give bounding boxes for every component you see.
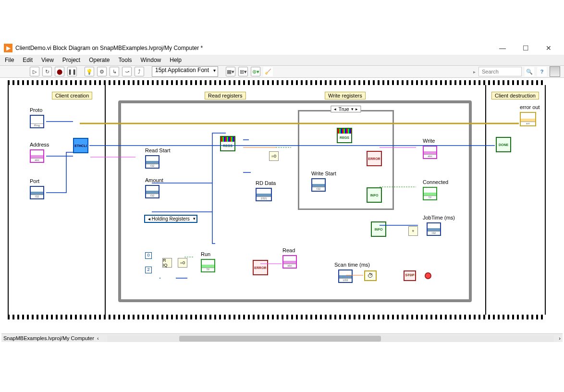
status-bar: SnapMBExamples.lvproj/My Computer ‹ ›: [1, 333, 563, 342]
subvi-regs-read[interactable]: REGS: [220, 136, 235, 151]
run-continuous-button[interactable]: ↻: [42, 67, 52, 76]
window-title: ClientDemo.vi Block Diagram on SnapMBExa…: [15, 45, 496, 51]
subvi-error-read[interactable]: ERROR: [253, 260, 268, 275]
flat-sequence[interactable]: Client creation Read registers Write reg…: [8, 80, 546, 319]
menu-operate[interactable]: Operate: [89, 57, 110, 63]
label-client-creation: Client creation: [52, 92, 92, 99]
context-help-icon[interactable]: [550, 66, 560, 77]
font-select[interactable]: 15pt Application Font: [152, 66, 218, 77]
label-read-registers: Read registers: [205, 92, 246, 99]
reorder-button[interactable]: ⊛▾: [251, 67, 260, 76]
control-proto[interactable]: Ring: [30, 115, 44, 128]
const-2[interactable]: 2: [145, 267, 152, 273]
menu-help[interactable]: Help: [170, 57, 182, 63]
menu-window[interactable]: Window: [141, 57, 161, 63]
distribute-button[interactable]: ⊞▾: [238, 67, 248, 76]
menu-tools[interactable]: Tools: [119, 57, 132, 63]
subvi-error[interactable]: ERROR: [367, 151, 382, 166]
control-address[interactable]: abc: [30, 149, 44, 163]
align-button[interactable]: ▦▾: [226, 67, 235, 76]
while-loop[interactable]: Read Start I32 Amount I32 ◂ Holding Regi…: [118, 100, 472, 302]
fn-quotient[interactable]: R IQ: [162, 258, 172, 268]
indicator-error-out[interactable]: err: [520, 112, 536, 126]
subvi-done[interactable]: DONE: [496, 137, 511, 152]
stop-button[interactable]: STOP: [404, 270, 416, 281]
case-selector[interactable]: ◂True▾▸: [331, 106, 361, 112]
case-structure[interactable]: ◂True▾▸ REGS ERROR INFO: [298, 110, 394, 210]
maximize-button[interactable]: ☐: [519, 41, 532, 55]
label-read-start: Read Start: [145, 147, 171, 153]
loop-condition-icon[interactable]: [425, 272, 431, 279]
menu-view[interactable]: View: [41, 57, 54, 63]
abort-button[interactable]: ⬤: [55, 67, 64, 76]
minimize-button[interactable]: —: [496, 41, 509, 55]
search-icon[interactable]: 🔍: [525, 67, 534, 76]
subvi-regs-write[interactable]: REGS: [337, 128, 352, 143]
subvi-info-conn[interactable]: INFO: [367, 187, 382, 203]
control-scan-time[interactable]: U32: [338, 270, 353, 283]
control-write-start[interactable]: I32: [311, 178, 326, 192]
title-bar: ▶ ClientDemo.vi Block Diagram on SnapMBE…: [0, 41, 564, 55]
label-amount: Amount: [145, 177, 163, 183]
menu-file[interactable]: File: [5, 57, 14, 63]
const-0[interactable]: 0: [145, 252, 152, 259]
step-over-button[interactable]: ⤻: [122, 67, 132, 76]
labview-icon: ▶: [4, 44, 12, 52]
label-port: Port: [30, 178, 39, 184]
menu-edit[interactable]: Edit: [23, 57, 33, 63]
control-read-start[interactable]: I32: [145, 155, 159, 169]
indicator-rd-data[interactable]: [I32]: [256, 188, 272, 201]
wait-ms-icon[interactable]: ⏱: [364, 270, 377, 281]
indicator-connected[interactable]: TF: [423, 187, 437, 200]
label-address: Address: [30, 142, 49, 147]
control-port[interactable]: I32: [30, 186, 44, 199]
label-proto: Proto: [30, 107, 42, 113]
cleanup-button[interactable]: 🧹: [263, 67, 273, 76]
menu-project[interactable]: Project: [62, 57, 80, 63]
label-scan-time: Scan time (ms): [334, 262, 370, 268]
menu-bar: File Edit View Project Operate Tools Win…: [0, 55, 564, 65]
control-amount[interactable]: I32: [145, 185, 159, 198]
project-path: SnapMBExamples.lvproj/My Computer: [3, 335, 94, 341]
toolbar: ▷ ↻ ⬤ ❚❚ 💡 ⚙ ↳ ⤻ ⤴ 15pt Application Font…: [0, 65, 564, 78]
label-client-destruction: Client destruction: [491, 92, 539, 99]
fn-plus[interactable]: +: [408, 226, 418, 236]
subvi-info-time[interactable]: INFO: [371, 221, 386, 237]
path-nav-left[interactable]: ‹: [97, 335, 99, 341]
label-run: Run: [201, 251, 210, 257]
label-write: Write: [423, 138, 435, 144]
label-write-registers: Write registers: [325, 92, 366, 99]
label-rd-data: RD Data: [256, 180, 276, 186]
highlight-button[interactable]: 💡: [85, 67, 94, 76]
fn-eq0-loop[interactable]: =0: [178, 258, 187, 268]
path-nav-right[interactable]: ›: [559, 335, 561, 341]
retain-wire-button[interactable]: ⚙: [97, 67, 107, 76]
subvi-ethcli[interactable]: ETHCLI: [73, 138, 88, 153]
help-icon[interactable]: ?: [537, 67, 547, 76]
horizontal-scrollbar[interactable]: [107, 335, 554, 342]
const-holding-registers[interactable]: ◂ Holding Registers: [144, 215, 197, 223]
label-read: Read: [282, 247, 295, 253]
run-button[interactable]: ▷: [30, 67, 39, 76]
indicator-run[interactable]: TF: [201, 259, 215, 272]
scrollbar-thumb[interactable]: [179, 336, 381, 342]
label-jobtime: JobTime (ms): [423, 215, 455, 220]
indicator-read[interactable]: abc: [282, 255, 297, 269]
indicator-write[interactable]: abc: [423, 146, 437, 159]
fn-eq0[interactable]: =0: [269, 151, 279, 161]
label-connected: Connected: [423, 179, 448, 185]
label-error-out: error out: [520, 104, 540, 110]
step-into-button[interactable]: ↳: [110, 67, 119, 76]
indicator-jobtime[interactable]: I32: [427, 222, 441, 236]
close-button[interactable]: ✕: [542, 41, 555, 55]
pause-button[interactable]: ❚❚: [67, 67, 77, 76]
block-diagram-canvas[interactable]: Client creation Read registers Write reg…: [3, 78, 559, 332]
step-out-button[interactable]: ⤴: [135, 67, 144, 76]
search-input[interactable]: [478, 67, 522, 76]
label-write-start: Write Start: [311, 171, 336, 176]
